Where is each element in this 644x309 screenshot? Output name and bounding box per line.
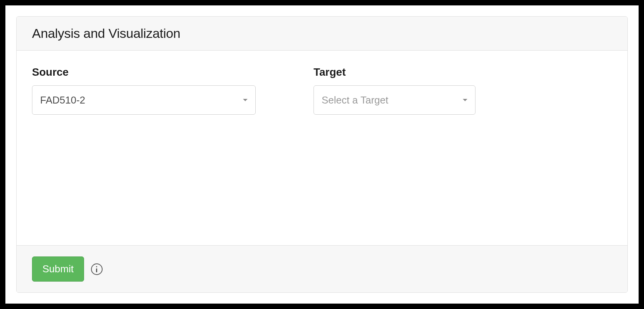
panel-footer: Submit	[17, 245, 627, 292]
panel-title: Analysis and Visualization	[32, 26, 612, 41]
analysis-panel: Analysis and Visualization Source FAD510…	[16, 16, 628, 293]
page-container: Analysis and Visualization Source FAD510…	[5, 5, 639, 304]
target-select-placeholder: Select a Target	[322, 94, 388, 106]
caret-down-icon	[243, 99, 248, 101]
target-label: Target	[314, 66, 475, 78]
panel-body: Source FAD510-2 Target Select a Target	[17, 51, 627, 245]
target-select[interactable]: Select a Target	[314, 85, 475, 115]
source-select[interactable]: FAD510-2	[32, 85, 256, 115]
info-icon[interactable]	[91, 263, 103, 275]
submit-button[interactable]: Submit	[32, 256, 84, 282]
source-field-group: Source FAD510-2	[32, 66, 256, 115]
target-field-group: Target Select a Target	[314, 66, 475, 115]
source-select-value: FAD510-2	[40, 94, 85, 106]
source-label: Source	[32, 66, 256, 78]
panel-header: Analysis and Visualization	[17, 17, 627, 51]
caret-down-icon	[463, 99, 467, 101]
